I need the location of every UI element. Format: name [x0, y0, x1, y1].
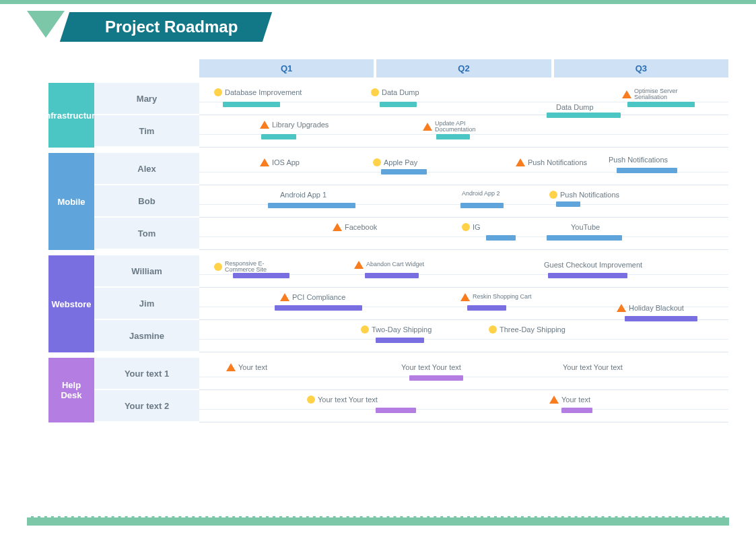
task: Facebook [333, 223, 377, 231]
section-label: Infrastructure [48, 83, 94, 148]
task: Your text Your text [563, 363, 623, 371]
person-row: JimPCI ComplianceReskin Shopping CartHol… [94, 288, 728, 320]
task-lane: Library UpgradesUpdate API Documentation… [199, 115, 728, 148]
bottom-accent-bar [27, 516, 729, 526]
task-bar [261, 134, 296, 139]
task-bar [547, 235, 622, 241]
person-row: TomFacebookIGYouTube [94, 218, 728, 250]
milestone-dot-icon [373, 158, 381, 166]
task-lane: IOS AppApple PayPush NotificationsPush N… [199, 153, 728, 185]
section-label: Webstore [48, 255, 94, 352]
task: Holiday Blackout [617, 304, 684, 312]
task: Data Dump [371, 88, 419, 96]
task-bar [627, 102, 695, 107]
page-title: Project Roadmap [105, 18, 238, 36]
task-bar [548, 273, 627, 278]
task-label: Your text Your text [563, 363, 623, 371]
milestone-triangle-icon [354, 261, 364, 269]
person-name: Jim [94, 288, 199, 320]
task-bar [547, 113, 621, 118]
task-label: PCI Compliance [292, 293, 345, 301]
person-row: Your text 1Your textYour text Your textY… [94, 358, 728, 390]
task-bar [409, 375, 463, 381]
person-name: Your text 1 [94, 358, 199, 390]
section: WebstoreWilliamResponsive E-Commerce Sit… [48, 255, 728, 352]
task: Push Notifications [609, 156, 668, 164]
person-name: Mary [94, 83, 199, 115]
task-label: Three-Day Shipping [500, 325, 565, 334]
task-bar [556, 201, 580, 207]
milestone-triangle-icon [516, 158, 525, 166]
task: Optimise Server Serialisation [622, 88, 695, 101]
roadmap-grid: Q1 Q2 Q3 InfrastructureMaryDatabase Impr… [48, 59, 728, 422]
person-row: MaryDatabase ImprovementData DumpOptimis… [94, 83, 728, 115]
task-bar [376, 338, 424, 343]
person-row: AlexIOS AppApple PayPush NotificationsPu… [94, 153, 728, 185]
person-row: Your text 2Your text Your textYour text [94, 390, 728, 422]
task-label: Push Notifications [609, 156, 668, 164]
task-lane: Android App 1Android App 2Push Notificat… [199, 185, 728, 218]
triangle-logo-icon [27, 11, 65, 38]
milestone-dot-icon [361, 325, 369, 334]
task-label: IG [473, 223, 481, 231]
milestone-dot-icon [214, 263, 222, 271]
task-label: YouTube [571, 223, 600, 231]
milestone-triangle-icon [622, 90, 631, 98]
task-label: Guest Checkout Improvement [544, 261, 642, 269]
task: Abandon Cart Widget [354, 261, 424, 269]
milestone-dot-icon [549, 191, 557, 199]
task-label: Facebook [345, 223, 377, 231]
task: Push Notifications [516, 158, 587, 166]
task-bar [365, 273, 419, 278]
person-name: Alex [94, 153, 199, 185]
task-lane: Your text Your textYour text [199, 390, 728, 422]
task-bar [376, 408, 416, 413]
task-label: Library Upgrades [272, 121, 329, 129]
quarter-q1: Q1 [199, 59, 374, 77]
task-label: Your text [561, 396, 590, 404]
person-row: WilliamResponsive E-Commerce SiteAbandon… [94, 255, 728, 288]
task-label: Your text Your text [401, 363, 461, 371]
task-bar [275, 305, 362, 311]
task: Responsive E-Commerce Site [214, 261, 285, 274]
task-label: Data Dump [382, 88, 419, 96]
section: MobileAlexIOS AppApple PayPush Notificat… [48, 153, 728, 250]
task-label: Abandon Cart Widget [366, 261, 424, 268]
milestone-triangle-icon [280, 293, 289, 301]
task: Your text [549, 396, 590, 404]
quarter-header: Q1 Q2 Q3 [199, 59, 728, 77]
task-label: Android App 1 [280, 191, 327, 199]
task-label: Responsive E-Commerce Site [225, 261, 285, 274]
task-lane: Database ImprovementData DumpOptimise Se… [199, 83, 728, 115]
task-label: Reskin Shopping Cart [473, 294, 532, 300]
person-row: TimLibrary UpgradesUpdate API Documentat… [94, 115, 728, 148]
task-lane: Two-Day ShippingThree-Day Shipping [199, 320, 728, 352]
task-bar [380, 102, 417, 107]
task-label: Data Dump [556, 103, 594, 111]
person-row: BobAndroid App 1Android App 2Push Notifi… [94, 185, 728, 218]
task: Data Dump [556, 103, 594, 111]
task-bar [486, 235, 516, 241]
task-label: Database Improvement [225, 88, 302, 96]
milestone-triangle-icon [333, 223, 342, 231]
task: Your text Your text [401, 363, 461, 371]
task: Apple Pay [373, 158, 417, 166]
person-name: William [94, 255, 199, 288]
task-label: Optimise Server Serialisation [634, 88, 695, 101]
task-label: Two-Day Shipping [372, 325, 432, 334]
task-label: Your text Your text [318, 396, 378, 404]
milestone-triangle-icon [226, 363, 236, 371]
task-bar [233, 273, 289, 278]
person-name: Bob [94, 185, 199, 218]
milestone-dot-icon [214, 88, 222, 96]
milestone-triangle-icon [617, 304, 626, 312]
task: Library Upgrades [260, 121, 329, 129]
quarter-q2: Q2 [376, 59, 551, 77]
milestone-triangle-icon [549, 396, 559, 404]
milestone-dot-icon [489, 325, 497, 334]
task: Android App 1 [280, 191, 327, 199]
task-bar [223, 102, 280, 107]
person-name: Tim [94, 115, 199, 148]
task: Three-Day Shipping [489, 325, 565, 334]
task-bar [381, 169, 427, 175]
